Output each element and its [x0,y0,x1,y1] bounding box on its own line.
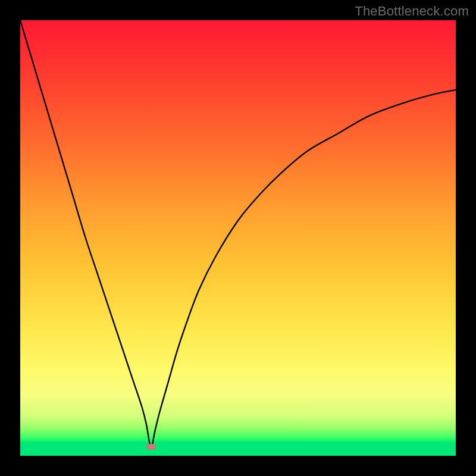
watermark-text: TheBottleneck.com [355,4,469,19]
chart-frame: TheBottleneck.com [0,0,476,476]
bottleneck-curve [20,20,456,456]
minimum-marker [146,444,156,450]
plot-area [20,20,456,456]
